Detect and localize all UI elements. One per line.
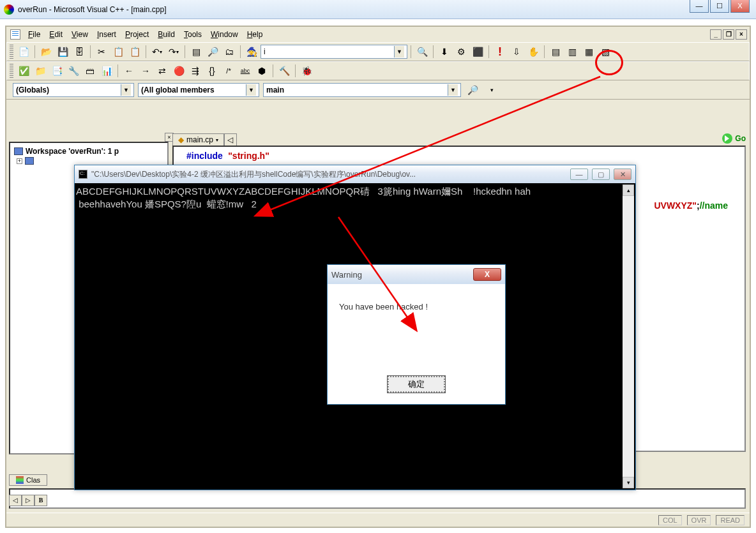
menu-tools[interactable]: Tools — [180, 29, 206, 40]
cut-button[interactable]: ✂ — [94, 44, 109, 59]
tb2-check-button[interactable]: ✅ — [16, 63, 31, 79]
find-combo-dropdown-icon[interactable]: ▼ — [394, 46, 404, 57]
workspace-project[interactable]: + — [17, 157, 163, 165]
build-icon-button[interactable]: 🔨 — [276, 63, 292, 79]
dropdown-icon[interactable]: ▼ — [121, 84, 131, 96]
menu-bar: FFileile Edit View Insert Project Build … — [6, 27, 750, 42]
open-button[interactable]: 📂 — [38, 44, 54, 59]
find-combo-value: i — [264, 47, 266, 56]
tab-nav-left-icon[interactable]: ◁ — [227, 135, 233, 144]
warning-titlebar[interactable]: Warning X — [328, 265, 505, 284]
file-tab-dropdown-icon[interactable]: ▾ — [216, 137, 218, 143]
mdi-restore-button[interactable]: ❐ — [723, 29, 734, 40]
menu-insert[interactable]: Insert — [93, 29, 120, 40]
close-button[interactable]: X — [730, 0, 750, 13]
workspace-button[interactable]: ▤ — [188, 44, 204, 59]
bug-button[interactable]: 🐞 — [299, 63, 314, 79]
copy-button[interactable]: 📋 — [110, 44, 126, 59]
build-button[interactable]: ⚙ — [453, 44, 469, 59]
scroll-up-button[interactable]: ▴ — [623, 184, 634, 196]
tb2-res-button[interactable]: 📑 — [49, 63, 64, 79]
undo-button[interactable]: ↶▾ — [149, 44, 165, 59]
console-scrollbar[interactable]: ▴ ▾ — [623, 184, 634, 488]
console-output: ABCDEFGHIJKLMNOPQRSTUVWXYZABCDEFGHIJKLMN… — [75, 183, 635, 214]
tb2-chart-button[interactable]: 📊 — [99, 63, 114, 79]
output-button[interactable]: 🔎 — [205, 44, 220, 59]
menu-help[interactable]: Help — [243, 29, 267, 40]
expand-icon[interactable]: + — [17, 158, 22, 164]
breakpoint-button[interactable]: 🔴 — [171, 63, 186, 79]
compile-button[interactable]: ⬇ — [437, 44, 452, 59]
document-icon[interactable] — [10, 29, 20, 40]
new-file-button[interactable]: 📄 — [16, 44, 31, 59]
console-close-button[interactable]: ✕ — [614, 169, 631, 180]
output-nav: ◁ ▷ B — [9, 495, 47, 506]
windows-button[interactable]: 🗂 — [222, 44, 237, 59]
out-nav-first[interactable]: ◁ — [9, 495, 22, 506]
toolbar-grip[interactable] — [10, 45, 13, 59]
scroll-track[interactable] — [623, 196, 634, 477]
maximize-button[interactable]: ☐ — [710, 0, 729, 13]
warning-ok-button[interactable]: 确定 — [388, 376, 445, 393]
scope-class-combo[interactable]: (Globals) ▼ — [13, 83, 134, 97]
console-titlebar[interactable]: "C:\Users\Dev\Desktop\实验4-2 缓冲区溢出利用与shel… — [75, 165, 635, 183]
abc-button[interactable]: abc — [238, 63, 253, 79]
menu-file[interactable]: FFileile — [24, 29, 44, 40]
scope-filter-combo[interactable]: (All global members ▼ — [138, 83, 259, 97]
comment-button[interactable]: /* — [221, 63, 236, 79]
stop-build-button[interactable]: ⬛ — [470, 44, 485, 59]
redo-button[interactable]: ↷▾ — [166, 44, 181, 59]
menu-edit[interactable]: Edit — [45, 29, 66, 40]
console-maximize-button[interactable]: ▢ — [592, 169, 610, 180]
out-nav-build[interactable]: B — [34, 495, 47, 506]
classview-tab[interactable]: Clas — [9, 474, 47, 486]
window-split-button[interactable]: ▦ — [581, 44, 596, 59]
code-content[interactable]: #include "string.h" — [174, 147, 745, 165]
workspace-root-label: Workspace 'overRun': 1 p — [26, 147, 119, 156]
console-minimize-button[interactable]: — — [570, 169, 588, 180]
mdi-minimize-button[interactable]: _ — [710, 29, 722, 40]
mdi-close-button[interactable]: × — [736, 29, 747, 40]
warning-close-button[interactable]: X — [473, 268, 501, 281]
menu-project[interactable]: Project — [121, 29, 153, 40]
warning-dialog[interactable]: Warning X You have been hacked ! 确定 — [327, 264, 506, 405]
menu-build[interactable]: Build — [154, 29, 179, 40]
scope-action-button[interactable]: 🔎 — [465, 82, 480, 98]
nav-swap-button[interactable]: ⇄ — [155, 63, 170, 79]
brace-button[interactable]: {} — [204, 63, 220, 79]
nav-fwd-button[interactable]: → — [138, 63, 153, 79]
go-button[interactable]: Go — [722, 131, 746, 146]
out-nav-prev[interactable]: ▷ — [22, 495, 34, 506]
output-pane[interactable] — [9, 488, 746, 509]
break-button[interactable]: ✋ — [525, 44, 541, 59]
scroll-down-button[interactable]: ▾ — [623, 477, 634, 488]
execute-button[interactable]: ! — [492, 44, 508, 59]
toolbar-grip-2[interactable] — [10, 64, 13, 78]
bookmark-button[interactable]: ⇶ — [188, 63, 203, 79]
find-tool-button[interactable]: 🧙 — [244, 44, 259, 59]
hex-button[interactable]: ⬢ — [254, 63, 269, 79]
workspace-root[interactable]: Workspace 'overRun': 1 p — [14, 147, 163, 156]
nav-back-button[interactable]: ← — [121, 63, 137, 79]
menu-view[interactable]: View — [68, 29, 92, 40]
find-combo[interactable]: i ▼ — [261, 45, 407, 59]
file-tab-main[interactable]: ◆ main.cp ▾ — [172, 133, 224, 146]
tb2-tool-button[interactable]: 🔧 — [66, 63, 81, 79]
paste-button[interactable]: 📋 — [127, 44, 142, 59]
menu-window[interactable]: Window — [207, 29, 242, 40]
go-debug-button[interactable]: ⇩ — [509, 44, 524, 59]
save-all-button[interactable]: 🗄 — [72, 44, 87, 59]
window-tile-button[interactable]: ▤ — [548, 44, 563, 59]
dropdown-icon[interactable]: ▼ — [448, 84, 458, 96]
classview-icon — [16, 476, 24, 484]
file-tab-nav[interactable]: ◁ — [224, 133, 237, 146]
scope-function-combo[interactable]: main ▼ — [263, 83, 461, 97]
dropdown-icon[interactable]: ▼ — [246, 84, 256, 96]
tb2-db-button[interactable]: 🗃 — [82, 63, 98, 79]
tb2-folder-button[interactable]: 📁 — [33, 63, 48, 79]
minimize-button[interactable]: — — [690, 0, 709, 13]
save-button[interactable]: 💾 — [55, 44, 70, 59]
window-cascade-button[interactable]: ▥ — [564, 44, 580, 59]
scope-drop-button[interactable]: ▾ — [484, 82, 499, 98]
search-button[interactable]: 🔍 — [414, 44, 430, 59]
